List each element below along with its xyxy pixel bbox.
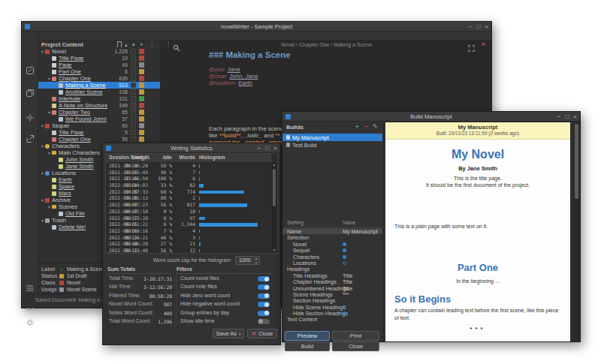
setting-row[interactable]: Sequel: [282, 247, 382, 253]
minimize-button[interactable]: −: [469, 22, 473, 32]
session-row[interactable]: 2022-09-11 00:23:40 56 % 12: [106, 248, 271, 254]
expand-arrow-icon[interactable]: ▾: [47, 150, 52, 155]
session-row[interactable]: 2021-10-24 00:10:28 59 % 4: [106, 163, 271, 170]
close-stats-button[interactable]: ✕ Close: [247, 329, 277, 338]
panel-menu-icon[interactable]: ⋮: [149, 41, 155, 48]
col-length[interactable]: Length: [119, 155, 149, 160]
expand-arrow-icon[interactable]: ▾: [40, 197, 45, 203]
table-scrollbar[interactable]: ▲ ▼: [272, 163, 276, 252]
tree-row[interactable]: Chapter One 55 ✓: [38, 136, 160, 143]
tree-row[interactable]: Title Page 5 ✓: [38, 129, 160, 136]
active-checkbox[interactable]: ✓: [131, 130, 136, 135]
build-list-item[interactable]: Test Build: [282, 141, 382, 149]
close-build-button[interactable]: Close: [332, 341, 379, 351]
expand-arrow-icon[interactable]: ▾: [47, 204, 52, 209]
setting-row[interactable]: Name My Manuscript: [282, 228, 382, 234]
build-titlebar[interactable]: Build Manuscript − □ ×: [282, 112, 580, 122]
active-checkbox[interactable]: ✓: [131, 137, 136, 142]
session-row[interactable]: 2022-05-17 00:13:20 0 % 97: [106, 215, 271, 222]
spin-up-icon[interactable]: ▲: [255, 257, 258, 260]
expand-arrow-icon[interactable]: ▾: [40, 218, 45, 223]
setting-row[interactable]: Section Headings: [282, 297, 382, 303]
active-checkbox[interactable]: −: [131, 123, 136, 128]
print-button[interactable]: Print: [332, 331, 379, 341]
documents-icon[interactable]: [26, 87, 35, 96]
setting-row[interactable]: Novel: [282, 241, 382, 247]
session-row[interactable]: 2022-04-02 00:07:23 56 % 817: [106, 202, 271, 209]
tree-row[interactable]: Another Scene 108 ✓: [38, 89, 160, 95]
main-titlebar[interactable]: novelWriter - Sample Project − □ ×: [22, 22, 491, 32]
tree-row[interactable]: ▾ Chapter One 639 ✓: [38, 75, 160, 82]
cap-spinbox[interactable]: 1000 ▲▼: [235, 256, 260, 265]
scrollbar-thumb[interactable]: [575, 124, 578, 199]
save-as-button[interactable]: Save As ▾: [213, 329, 244, 338]
filter-toggle[interactable]: [258, 319, 270, 324]
active-checkbox[interactable]: ✓: [131, 69, 136, 74]
setting-row[interactable]: Text Content: [282, 316, 382, 322]
active-checkbox[interactable]: ✓: [131, 110, 136, 115]
add-item-icon[interactable]: +: [140, 41, 143, 48]
spin-down-icon[interactable]: ▼: [255, 261, 258, 265]
preview-scrollbar[interactable]: [574, 122, 579, 341]
filter-toggle[interactable]: [258, 276, 270, 281]
active-checkbox[interactable]: ✓: [131, 116, 136, 122]
scrollbar-thumb[interactable]: [273, 169, 276, 206]
setting-row[interactable]: Hide Scene Headings: [282, 304, 382, 310]
expand-arrow-icon[interactable]: ▾: [47, 76, 52, 81]
tree-row[interactable]: ▾ Novel 1,225 −: [38, 48, 160, 55]
minimize-button[interactable]: −: [557, 112, 561, 122]
move-up-icon[interactable]: ▴: [125, 41, 128, 48]
filter-toggle[interactable]: [258, 311, 270, 316]
session-row[interactable]: 2022-06-05 00:11:22 6 % 1,344: [106, 221, 271, 228]
active-checkbox[interactable]: ✓: [131, 96, 136, 101]
col-idle[interactable]: Idle: [153, 155, 172, 160]
maximize-button[interactable]: □: [265, 143, 269, 153]
move-down-icon[interactable]: ▾: [132, 41, 135, 48]
tree-row[interactable]: ▾ Sequel 60 −: [38, 122, 160, 129]
tree-row[interactable]: Making a Scene 513 ✓: [38, 82, 160, 89]
tree-row[interactable]: Page 49 ✓: [38, 62, 160, 68]
export-icon[interactable]: [26, 133, 35, 142]
active-checkbox[interactable]: ✕: [131, 103, 136, 108]
setting-row[interactable]: Locations: [282, 260, 382, 266]
session-row[interactable]: 2022-01-04 00:14:03 33 % 82: [106, 182, 271, 189]
session-row[interactable]: 2022-03-20 00:01:13 88 % 2: [106, 195, 271, 202]
expand-arrow-icon[interactable]: ▾: [40, 170, 45, 176]
build-button[interactable]: Build: [285, 341, 330, 351]
filter-toggle[interactable]: [258, 284, 270, 290]
setting-row[interactable]: Scene Headings ***: [282, 291, 382, 297]
stats-titlebar[interactable]: Writing Statistics − □ ×: [103, 143, 280, 153]
preview-button[interactable]: Preview: [285, 331, 330, 341]
remove-build-icon[interactable]: −: [364, 123, 368, 130]
minimize-button[interactable]: −: [258, 143, 261, 153]
scroll-down-icon[interactable]: ▼: [272, 248, 276, 252]
session-row[interactable]: 2021-11-09 00:13:49 90 % 7: [106, 170, 271, 176]
tree-row[interactable]: A Note on Structure 346 ✕: [38, 102, 160, 109]
active-checkbox[interactable]: ✓: [131, 62, 136, 68]
close-button[interactable]: ×: [485, 22, 488, 32]
setting-row[interactable]: Selection: [282, 234, 382, 240]
settings-gear-icon[interactable]: [26, 317, 35, 326]
filter-toggle[interactable]: [258, 302, 270, 307]
close-document-icon[interactable]: ×: [482, 41, 485, 48]
build-list-item[interactable]: My Manuscript: [282, 134, 382, 141]
add-build-icon[interactable]: +: [355, 123, 359, 130]
setting-row[interactable]: Characters: [282, 254, 382, 260]
active-checkbox[interactable]: ✓: [131, 83, 136, 88]
cap-value[interactable]: 1000: [239, 257, 251, 263]
expand-arrow-icon[interactable]: ▾: [40, 49, 45, 54]
session-row[interactable]: 2022-04-17 00:02:18 0 % 18: [106, 209, 271, 215]
col-histogram[interactable]: Histogram: [199, 155, 225, 160]
expand-arrow-icon[interactable]: ▾: [40, 123, 45, 128]
novel-root-icon[interactable]: [26, 112, 35, 121]
session-row[interactable]: 2021-12-15 03:46:54 100 % 6: [106, 176, 271, 182]
setting-row[interactable]: Title Headings Title: [282, 272, 382, 278]
maximize-button[interactable]: □: [565, 112, 569, 122]
expand-arrow-icon[interactable]: ▾: [47, 110, 52, 115]
filter-toggle[interactable]: [258, 293, 270, 299]
close-button[interactable]: ×: [573, 112, 577, 122]
tree-row[interactable]: We Found John! 37 ✓: [38, 116, 160, 122]
tree-row[interactable]: Title Page 19 ✓: [38, 55, 160, 62]
tree-row[interactable]: Part One 6 ✓: [38, 68, 160, 75]
maximize-button[interactable]: □: [476, 22, 480, 32]
